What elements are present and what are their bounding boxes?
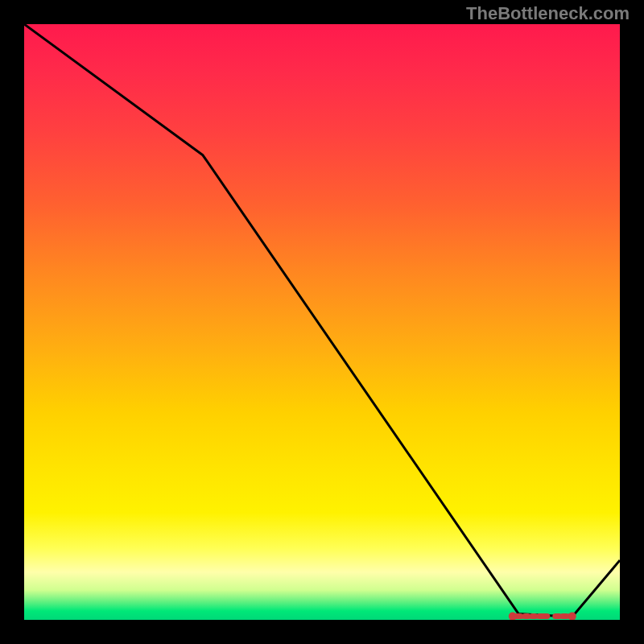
plot-area: [24, 24, 620, 620]
chart-line-group: [24, 24, 620, 617]
marker-dot: [509, 613, 517, 620]
chart-root: TheBottleneck.com: [0, 0, 644, 644]
chart-line: [24, 24, 620, 617]
chart-svg: [24, 24, 620, 620]
attribution-text: TheBottleneck.com: [466, 3, 630, 24]
